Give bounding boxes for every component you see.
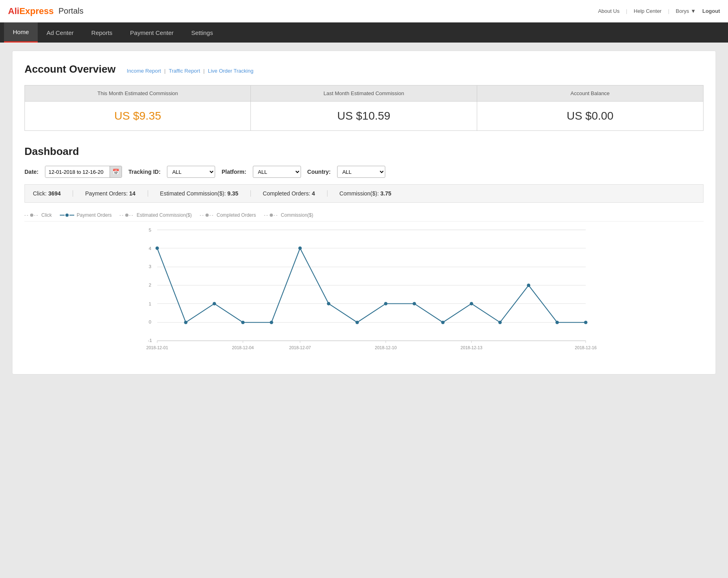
- nav-home[interactable]: Home: [4, 22, 38, 43]
- logo-ali: AliExpress: [8, 6, 54, 16]
- top-header: AliExpress Portals About Us | Help Cente…: [0, 0, 728, 22]
- svg-text:2018-12-13: 2018-12-13: [461, 345, 482, 350]
- stat-payment-orders: Payment Orders: 14: [73, 190, 148, 197]
- overview-links: Income Report | Traffic Report | Live Or…: [127, 68, 254, 74]
- nav-bar: Home Ad Center Reports Payment Center Se…: [0, 22, 728, 43]
- svg-point-27: [498, 321, 502, 324]
- dropdown-icon: ▼: [691, 8, 696, 14]
- country-select[interactable]: ALL: [337, 166, 385, 178]
- account-overview-section: Account Overview Income Report | Traffic…: [24, 63, 704, 131]
- svg-text:2018-12-04: 2018-12-04: [232, 345, 254, 350]
- svg-text:2018-12-10: 2018-12-10: [375, 345, 397, 350]
- nav-payment-center[interactable]: Payment Center: [121, 22, 182, 43]
- platform-label: Platform:: [222, 169, 246, 175]
- live-order-tracking-link[interactable]: Live Order Tracking: [208, 68, 253, 74]
- svg-text:5: 5: [148, 227, 151, 232]
- country-label: Country:: [307, 169, 331, 175]
- legend-row: Click Payment Orders E: [24, 209, 704, 222]
- svg-text:4: 4: [148, 246, 151, 251]
- svg-text:2: 2: [148, 282, 151, 287]
- tracking-id-label: Tracking ID:: [128, 169, 161, 175]
- svg-point-29: [555, 321, 559, 324]
- svg-point-16: [184, 321, 188, 324]
- svg-text:2018-12-16: 2018-12-16: [575, 345, 596, 350]
- commission-value-2: US $10.59: [251, 102, 476, 130]
- about-us-link[interactable]: About Us: [598, 8, 619, 14]
- date-input-wrapper: 📅: [45, 166, 122, 178]
- svg-text:-1: -1: [148, 338, 152, 343]
- chart-svg: 5 4 3 2 1 0 -1: [24, 226, 704, 362]
- calendar-button[interactable]: 📅: [110, 166, 122, 177]
- svg-point-24: [413, 302, 416, 305]
- logo-portals: Portals: [59, 6, 83, 16]
- stats-row: Click: 3694 Payment Orders: 14 Estimated…: [24, 184, 704, 203]
- date-label: Date:: [24, 169, 39, 175]
- stat-click: Click: 3694: [33, 190, 73, 197]
- commission-header-2: Last Month Estimated Commission: [251, 85, 476, 102]
- legend-commission-label: Commission($): [281, 212, 313, 218]
- svg-point-25: [441, 321, 445, 324]
- logo-area: AliExpress Portals: [8, 6, 83, 16]
- svg-point-17: [213, 302, 216, 305]
- svg-text:2018-12-01: 2018-12-01: [146, 345, 168, 350]
- logout-link[interactable]: Logout: [702, 8, 720, 14]
- income-report-link[interactable]: Income Report: [127, 68, 161, 74]
- svg-point-23: [384, 302, 388, 305]
- user-menu[interactable]: Borys ▼: [676, 8, 696, 14]
- nav-settings[interactable]: Settings: [182, 22, 222, 43]
- commission-box-1: This Month Estimated Commission US $9.35: [25, 85, 251, 130]
- platform-select[interactable]: ALL: [253, 166, 301, 178]
- svg-point-22: [356, 321, 359, 324]
- commission-header-3: Account Balance: [477, 85, 703, 102]
- svg-point-21: [327, 302, 331, 305]
- svg-point-19: [270, 321, 273, 324]
- commission-box-3: Account Balance US $0.00: [477, 85, 703, 130]
- commission-value-1: US $9.35: [25, 102, 250, 130]
- legend-payment-orders-label: Payment Orders: [77, 212, 112, 218]
- svg-point-20: [298, 246, 302, 250]
- date-input[interactable]: [45, 166, 110, 177]
- commission-box-2: Last Month Estimated Commission US $10.5…: [251, 85, 477, 130]
- svg-point-30: [584, 321, 588, 324]
- tracking-id-select[interactable]: ALL: [167, 166, 215, 178]
- legend-commission: Commission($): [264, 212, 313, 218]
- legend-click: Click: [24, 212, 52, 218]
- svg-point-15: [155, 246, 159, 250]
- traffic-report-link[interactable]: Traffic Report: [169, 68, 200, 74]
- commission-grid: This Month Estimated Commission US $9.35…: [24, 85, 704, 131]
- legend-completed-orders: Completed Orders: [200, 212, 256, 218]
- legend-click-label: Click: [41, 212, 52, 218]
- dashboard-section: Dashboard Date: 📅 Tracking ID: ALL Platf…: [24, 145, 704, 362]
- dashboard-title: Dashboard: [24, 145, 704, 158]
- help-center-link[interactable]: Help Center: [634, 8, 661, 14]
- top-right-nav: About Us | Help Center | Borys ▼ Logout: [598, 8, 720, 14]
- legend-completed-orders-label: Completed Orders: [217, 212, 256, 218]
- chart-container: 5 4 3 2 1 0 -1: [24, 226, 704, 362]
- stat-estimated-commission: Estimated Commission($): 9.35: [148, 190, 251, 197]
- svg-point-28: [527, 284, 531, 287]
- commission-header-1: This Month Estimated Commission: [25, 85, 250, 102]
- commission-value-3: US $0.00: [477, 102, 703, 130]
- stat-completed-orders: Completed Orders: 4: [251, 190, 327, 197]
- nav-ad-center[interactable]: Ad Center: [38, 22, 83, 43]
- svg-text:0: 0: [148, 319, 151, 324]
- svg-point-18: [241, 321, 245, 324]
- filters-row: Date: 📅 Tracking ID: ALL Platform: ALL C…: [24, 166, 704, 178]
- svg-point-26: [470, 302, 474, 305]
- account-overview-title: Account Overview: [24, 63, 116, 75]
- svg-text:1: 1: [148, 301, 151, 306]
- stat-commission: Commission($): 3.75: [327, 190, 403, 197]
- nav-reports[interactable]: Reports: [83, 22, 122, 43]
- main-card: Account Overview Income Report | Traffic…: [12, 51, 716, 374]
- legend-payment-orders: Payment Orders: [60, 212, 112, 218]
- legend-est-commission: Estimated Commission($): [120, 212, 191, 218]
- main-content: Account Overview Income Report | Traffic…: [0, 43, 728, 383]
- svg-text:3: 3: [148, 264, 151, 269]
- svg-text:2018-12-07: 2018-12-07: [289, 345, 311, 350]
- user-name: Borys: [676, 8, 689, 14]
- legend-est-commission-label: Estimated Commission($): [136, 212, 191, 218]
